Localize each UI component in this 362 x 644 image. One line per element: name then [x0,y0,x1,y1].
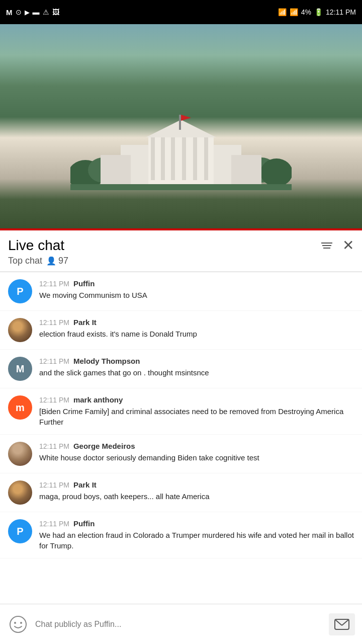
message-meta: 12:11 PM mark anthony [39,395,354,404]
avatar: m [8,395,32,420]
message-author: George Medeiros [73,442,135,450]
chat-message: 12:11 PM Park It maga, proud boys, oath … [0,473,362,512]
message-meta: 12:11 PM Puffin [39,279,354,288]
svg-rect-7 [151,137,155,180]
message-text: We moving Communism to USA [39,290,354,300]
message-content: 12:11 PM Puffin We moving Communism to U… [39,279,354,300]
chat-controls: ✕ [321,238,354,253]
avatar: P [8,519,32,543]
app-icon-img: 🖼 [52,8,59,16]
app-icon-warn: ⚠ [43,8,49,16]
live-chat-title: Live chat [8,237,64,254]
svg-point-19 [10,616,26,632]
svg-rect-6 [148,137,214,185]
svg-rect-18 [70,184,292,190]
app-icon-circle: ⊙ [16,8,22,16]
wifi-icon: 📶 [278,8,287,16]
avatar [8,318,32,342]
message-author: mark anthony [73,395,123,404]
svg-point-21 [20,622,22,624]
svg-line-23 [335,619,342,625]
emoji-icon [9,615,27,633]
message-content: 12:11 PM George Medeiros White house doc… [39,442,354,463]
message-text: and the slick games that go on . thought… [39,367,354,378]
message-meta: 12:11 PM Park It [39,318,354,327]
svg-marker-15 [181,115,191,121]
svg-rect-11 [193,137,197,180]
viewer-count: 👤 97 [46,256,68,266]
message-meta: 12:11 PM Park It [39,480,354,489]
send-button[interactable] [329,613,355,635]
chat-subtitle-row: Top chat 👤 97 [8,256,354,266]
avatar: M [8,357,32,381]
chat-message: 12:11 PM Park It election fraud exists. … [0,311,362,350]
svg-point-4 [260,158,292,187]
message-author: Park It [73,480,97,489]
chat-message: 12:11 PM George Medeiros White house doc… [0,435,362,473]
message-time: 12:11 PM [39,318,69,327]
svg-rect-16 [101,155,131,185]
app-icon-file: ▬ [33,8,40,16]
message-time: 12:11 PM [39,520,69,528]
svg-rect-12 [204,137,208,180]
close-icon[interactable]: ✕ [342,238,354,253]
video-player[interactable] [0,24,362,230]
svg-point-20 [14,622,16,624]
emoji-button[interactable] [7,613,29,635]
svg-line-24 [342,619,349,625]
video-frame [0,24,362,230]
message-author: Puffin [73,519,95,528]
message-text: maga, proud boys, oath keepers... all ha… [39,491,354,502]
chat-message: P 12:11 PM Puffin We moving Communism to… [0,272,362,311]
message-text: We had an election fraud in Colorado a T… [39,530,354,551]
top-chat-label: Top chat [8,256,42,266]
message-content: 12:11 PM Puffin We had an election fraud… [39,519,354,551]
chat-message: P 12:11 PM Puffin We had an election fra… [0,512,362,558]
message-text: [Biden Crime Family] and criminal associ… [39,406,354,427]
signal-icon: 📶 [290,8,298,16]
message-text: White house doctor seriously demanding B… [39,452,354,463]
chat-message: m 12:11 PM mark anthony [Biden Crime Fam… [0,388,362,435]
svg-rect-9 [171,137,175,180]
svg-rect-14 [179,115,181,130]
battery-percent: 4% [301,8,311,16]
message-text: election fraud exists. it's name is Dona… [39,329,354,339]
message-meta: 12:11 PM Puffin [39,519,354,528]
clock: 12:11 PM [326,8,356,16]
avatar [8,480,32,505]
message-time: 12:11 PM [39,396,69,404]
message-content: 12:11 PM mark anthony [Biden Crime Famil… [39,395,354,427]
status-indicators: 📶 📶 4% 🔋 12:11 PM [278,8,356,16]
avatar: P [8,279,32,303]
people-icon: 👤 [46,256,56,266]
whitehouse-graphic [70,110,292,190]
chat-message: M 12:11 PM Melody Thompson and the slick… [0,350,362,388]
message-meta: 12:11 PM Melody Thompson [39,357,354,365]
message-meta: 12:11 PM George Medeiros [39,442,354,450]
svg-rect-8 [161,137,165,180]
message-time: 12:11 PM [39,357,69,365]
message-content: 12:11 PM Melody Thompson and the slick g… [39,357,354,378]
message-content: 12:11 PM Park It maga, proud boys, oath … [39,480,354,502]
video-progress-bar[interactable] [0,228,362,230]
message-author: Melody Thompson [73,357,140,365]
chat-title-row: Live chat ✕ [8,237,354,254]
message-author: Park It [73,318,97,327]
message-author: Puffin [73,279,95,288]
message-time: 12:11 PM [39,442,69,450]
message-time: 12:11 PM [39,481,69,489]
svg-rect-17 [231,155,261,185]
chat-messages-container: P 12:11 PM Puffin We moving Communism to… [0,272,362,599]
avatar [8,442,32,466]
app-icon-yt: ▶ [25,9,30,16]
filter-icon[interactable] [321,243,332,249]
message-content: 12:11 PM Park It election fraud exists. … [39,318,354,339]
svg-rect-10 [182,137,186,180]
app-icon-m: M [6,8,13,17]
status-bar: M ⊙ ▶ ▬ ⚠ 🖼 📶 📶 4% 🔋 12:11 PM [0,0,362,24]
battery-icon: 🔋 [314,8,323,16]
message-time: 12:11 PM [39,280,69,288]
chat-input[interactable] [35,620,323,629]
status-icons: M ⊙ ▶ ▬ ⚠ 🖼 [6,8,59,17]
chat-input-bar [0,604,362,644]
